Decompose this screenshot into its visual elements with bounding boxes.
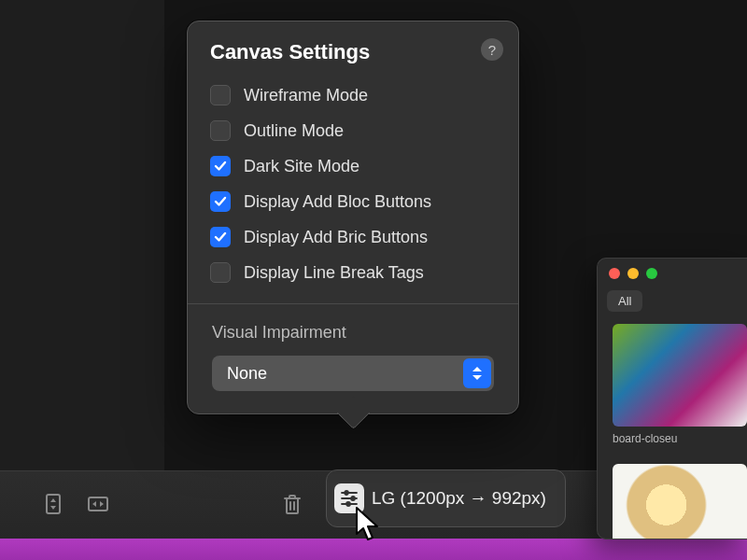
asset-tab-all[interactable]: All [607,290,642,312]
svg-rect-0 [47,495,60,513]
checkbox[interactable] [210,85,231,105]
arrange-vertical-icon[interactable] [39,490,67,518]
asset-thumbnail-label: board-closeu [613,432,677,445]
setting-row[interactable]: Dark Site Mode [188,148,518,184]
breakpoint-label: LG (1200px → 992px) [372,488,546,509]
close-icon[interactable] [609,268,620,279]
setting-row[interactable]: Display Add Bloc Buttons [188,184,518,219]
setting-row[interactable]: Display Add Bric Buttons [188,219,518,255]
left-panel-bg [0,0,164,538]
breakpoint-indicator[interactable]: LG (1200px → 992px) [326,469,566,527]
setting-label: Dark Site Mode [244,157,359,176]
window-traffic-lights [609,268,657,279]
popover-title: Canvas Settings [188,21,518,77]
setting-label: Outline Mode [244,121,344,141]
asset-thumbnail[interactable] [613,464,747,539]
visual-impairment-select[interactable]: None [212,356,494,391]
canvas-settings-popover: Canvas Settings ? Wireframe ModeOutline … [187,21,519,414]
checkbox[interactable] [210,262,231,283]
setting-label: Display Add Bloc Buttons [244,192,431,212]
checkbox[interactable] [210,227,231,247]
setting-row[interactable]: Outline Mode [188,113,518,148]
select-value: None [227,364,267,384]
zoom-icon[interactable] [646,268,657,279]
checkbox[interactable] [210,191,231,212]
checkbox[interactable] [210,156,231,176]
select-stepper-icon[interactable] [463,358,491,388]
asset-panel: All board-closeu [597,258,747,539]
help-icon[interactable]: ? [481,38,503,61]
arrange-horizontal-icon[interactable] [84,490,112,518]
checkbox[interactable] [210,120,231,141]
setting-label: Display Line Break Tags [244,263,424,283]
canvas-settings-icon[interactable] [334,483,364,513]
minimize-icon[interactable] [627,268,639,279]
visual-impairment-label: Visual Impairment [188,304,518,356]
trash-icon[interactable] [278,490,306,518]
svg-rect-1 [89,497,107,511]
window-bottom-bar [0,538,747,560]
asset-thumbnail[interactable] [613,324,747,427]
setting-row[interactable]: Display Line Break Tags [188,255,518,290]
setting-label: Wireframe Mode [244,86,368,105]
svg-point-3 [345,491,348,495]
setting-label: Display Add Bric Buttons [244,228,428,247]
svg-point-5 [351,497,355,500]
svg-point-7 [346,502,350,506]
setting-row[interactable]: Wireframe Mode [188,77,518,113]
